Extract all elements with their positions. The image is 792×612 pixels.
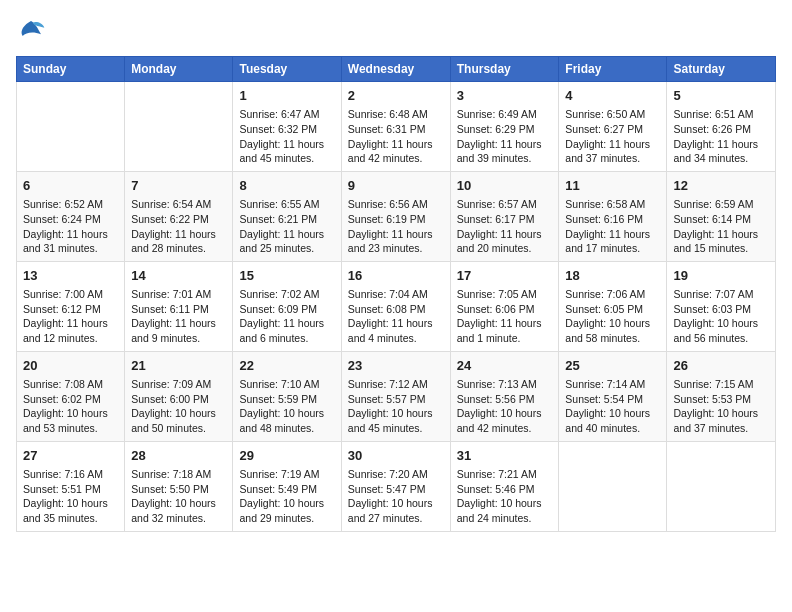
day-info: Sunrise: 7:00 AM Sunset: 6:12 PM Dayligh… (23, 287, 118, 346)
day-number: 17 (457, 267, 553, 285)
calendar-cell: 17Sunrise: 7:05 AM Sunset: 6:06 PM Dayli… (450, 261, 559, 351)
day-info: Sunrise: 7:05 AM Sunset: 6:06 PM Dayligh… (457, 287, 553, 346)
day-info: Sunrise: 6:49 AM Sunset: 6:29 PM Dayligh… (457, 107, 553, 166)
day-info: Sunrise: 7:04 AM Sunset: 6:08 PM Dayligh… (348, 287, 444, 346)
day-number: 26 (673, 357, 769, 375)
calendar-cell: 10Sunrise: 6:57 AM Sunset: 6:17 PM Dayli… (450, 171, 559, 261)
calendar-cell: 27Sunrise: 7:16 AM Sunset: 5:51 PM Dayli… (17, 441, 125, 531)
day-number: 11 (565, 177, 660, 195)
day-info: Sunrise: 7:09 AM Sunset: 6:00 PM Dayligh… (131, 377, 226, 436)
day-number: 20 (23, 357, 118, 375)
day-number: 10 (457, 177, 553, 195)
calendar-table: SundayMondayTuesdayWednesdayThursdayFrid… (16, 56, 776, 532)
day-info: Sunrise: 6:59 AM Sunset: 6:14 PM Dayligh… (673, 197, 769, 256)
calendar-week-row: 13Sunrise: 7:00 AM Sunset: 6:12 PM Dayli… (17, 261, 776, 351)
day-info: Sunrise: 7:16 AM Sunset: 5:51 PM Dayligh… (23, 467, 118, 526)
day-number: 7 (131, 177, 226, 195)
day-number: 31 (457, 447, 553, 465)
day-info: Sunrise: 7:07 AM Sunset: 6:03 PM Dayligh… (673, 287, 769, 346)
weekday-header: Friday (559, 57, 667, 82)
calendar-cell: 4Sunrise: 6:50 AM Sunset: 6:27 PM Daylig… (559, 82, 667, 172)
page-header (16, 16, 776, 46)
day-info: Sunrise: 7:02 AM Sunset: 6:09 PM Dayligh… (239, 287, 334, 346)
logo-icon (16, 16, 46, 46)
calendar-cell: 28Sunrise: 7:18 AM Sunset: 5:50 PM Dayli… (125, 441, 233, 531)
day-info: Sunrise: 6:58 AM Sunset: 6:16 PM Dayligh… (565, 197, 660, 256)
day-number: 22 (239, 357, 334, 375)
day-number: 19 (673, 267, 769, 285)
calendar-week-row: 1Sunrise: 6:47 AM Sunset: 6:32 PM Daylig… (17, 82, 776, 172)
day-info: Sunrise: 6:55 AM Sunset: 6:21 PM Dayligh… (239, 197, 334, 256)
calendar-week-row: 6Sunrise: 6:52 AM Sunset: 6:24 PM Daylig… (17, 171, 776, 261)
day-number: 23 (348, 357, 444, 375)
day-info: Sunrise: 6:57 AM Sunset: 6:17 PM Dayligh… (457, 197, 553, 256)
day-info: Sunrise: 7:13 AM Sunset: 5:56 PM Dayligh… (457, 377, 553, 436)
day-number: 9 (348, 177, 444, 195)
day-number: 8 (239, 177, 334, 195)
day-info: Sunrise: 6:56 AM Sunset: 6:19 PM Dayligh… (348, 197, 444, 256)
calendar-cell: 2Sunrise: 6:48 AM Sunset: 6:31 PM Daylig… (341, 82, 450, 172)
calendar-cell: 7Sunrise: 6:54 AM Sunset: 6:22 PM Daylig… (125, 171, 233, 261)
day-info: Sunrise: 7:21 AM Sunset: 5:46 PM Dayligh… (457, 467, 553, 526)
day-info: Sunrise: 7:08 AM Sunset: 6:02 PM Dayligh… (23, 377, 118, 436)
calendar-cell (667, 441, 776, 531)
day-number: 18 (565, 267, 660, 285)
calendar-cell: 9Sunrise: 6:56 AM Sunset: 6:19 PM Daylig… (341, 171, 450, 261)
day-info: Sunrise: 7:01 AM Sunset: 6:11 PM Dayligh… (131, 287, 226, 346)
day-number: 15 (239, 267, 334, 285)
calendar-cell: 26Sunrise: 7:15 AM Sunset: 5:53 PM Dayli… (667, 351, 776, 441)
calendar-cell: 11Sunrise: 6:58 AM Sunset: 6:16 PM Dayli… (559, 171, 667, 261)
weekday-header: Monday (125, 57, 233, 82)
day-info: Sunrise: 7:12 AM Sunset: 5:57 PM Dayligh… (348, 377, 444, 436)
weekday-header-row: SundayMondayTuesdayWednesdayThursdayFrid… (17, 57, 776, 82)
day-info: Sunrise: 7:14 AM Sunset: 5:54 PM Dayligh… (565, 377, 660, 436)
calendar-cell: 12Sunrise: 6:59 AM Sunset: 6:14 PM Dayli… (667, 171, 776, 261)
weekday-header: Sunday (17, 57, 125, 82)
day-number: 28 (131, 447, 226, 465)
calendar-week-row: 27Sunrise: 7:16 AM Sunset: 5:51 PM Dayli… (17, 441, 776, 531)
calendar-cell (125, 82, 233, 172)
calendar-cell: 13Sunrise: 7:00 AM Sunset: 6:12 PM Dayli… (17, 261, 125, 351)
calendar-cell: 22Sunrise: 7:10 AM Sunset: 5:59 PM Dayli… (233, 351, 341, 441)
day-number: 3 (457, 87, 553, 105)
day-number: 25 (565, 357, 660, 375)
calendar-cell: 6Sunrise: 6:52 AM Sunset: 6:24 PM Daylig… (17, 171, 125, 261)
day-number: 14 (131, 267, 226, 285)
day-info: Sunrise: 6:47 AM Sunset: 6:32 PM Dayligh… (239, 107, 334, 166)
day-number: 4 (565, 87, 660, 105)
day-number: 21 (131, 357, 226, 375)
day-number: 29 (239, 447, 334, 465)
day-info: Sunrise: 7:10 AM Sunset: 5:59 PM Dayligh… (239, 377, 334, 436)
weekday-header: Tuesday (233, 57, 341, 82)
weekday-header: Saturday (667, 57, 776, 82)
day-info: Sunrise: 7:19 AM Sunset: 5:49 PM Dayligh… (239, 467, 334, 526)
calendar-cell: 18Sunrise: 7:06 AM Sunset: 6:05 PM Dayli… (559, 261, 667, 351)
day-info: Sunrise: 6:50 AM Sunset: 6:27 PM Dayligh… (565, 107, 660, 166)
calendar-cell: 3Sunrise: 6:49 AM Sunset: 6:29 PM Daylig… (450, 82, 559, 172)
day-number: 27 (23, 447, 118, 465)
calendar-cell: 21Sunrise: 7:09 AM Sunset: 6:00 PM Dayli… (125, 351, 233, 441)
day-number: 5 (673, 87, 769, 105)
calendar-cell: 5Sunrise: 6:51 AM Sunset: 6:26 PM Daylig… (667, 82, 776, 172)
day-number: 30 (348, 447, 444, 465)
calendar-cell: 15Sunrise: 7:02 AM Sunset: 6:09 PM Dayli… (233, 261, 341, 351)
day-number: 13 (23, 267, 118, 285)
day-number: 24 (457, 357, 553, 375)
day-info: Sunrise: 6:52 AM Sunset: 6:24 PM Dayligh… (23, 197, 118, 256)
weekday-header: Thursday (450, 57, 559, 82)
day-info: Sunrise: 6:48 AM Sunset: 6:31 PM Dayligh… (348, 107, 444, 166)
day-info: Sunrise: 7:06 AM Sunset: 6:05 PM Dayligh… (565, 287, 660, 346)
calendar-cell: 31Sunrise: 7:21 AM Sunset: 5:46 PM Dayli… (450, 441, 559, 531)
day-info: Sunrise: 7:20 AM Sunset: 5:47 PM Dayligh… (348, 467, 444, 526)
calendar-cell: 25Sunrise: 7:14 AM Sunset: 5:54 PM Dayli… (559, 351, 667, 441)
calendar-cell (17, 82, 125, 172)
calendar-cell: 29Sunrise: 7:19 AM Sunset: 5:49 PM Dayli… (233, 441, 341, 531)
day-number: 6 (23, 177, 118, 195)
calendar-cell: 23Sunrise: 7:12 AM Sunset: 5:57 PM Dayli… (341, 351, 450, 441)
calendar-cell: 14Sunrise: 7:01 AM Sunset: 6:11 PM Dayli… (125, 261, 233, 351)
calendar-week-row: 20Sunrise: 7:08 AM Sunset: 6:02 PM Dayli… (17, 351, 776, 441)
calendar-cell: 30Sunrise: 7:20 AM Sunset: 5:47 PM Dayli… (341, 441, 450, 531)
calendar-cell (559, 441, 667, 531)
logo (16, 16, 50, 46)
calendar-cell: 19Sunrise: 7:07 AM Sunset: 6:03 PM Dayli… (667, 261, 776, 351)
